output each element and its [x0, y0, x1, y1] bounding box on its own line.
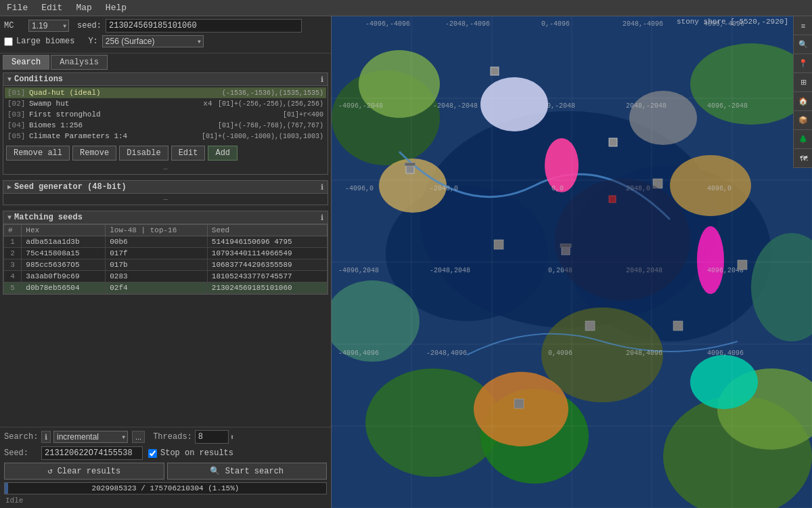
col-seed: Seed [207, 225, 327, 236]
table-row[interactable]: 3 985cc56367O5 017b 106837744296355589 [4, 259, 328, 271]
menu-bar: File Edit Map Help [0, 0, 812, 16]
tab-search[interactable]: Search [3, 55, 49, 70]
svg-text:4096,0: 4096,0 [707, 185, 731, 192]
condition-row-1[interactable]: [01] Quad-hut (ideal) (-1536,-1536),(153… [5, 87, 326, 98]
svg-text:0,-4096: 0,-4096 [541, 20, 570, 28]
svg-text:-4096,-2048: -4096,-2048 [338, 102, 383, 110]
condition-row-2[interactable]: [02] Swamp hut x4 [01]+(-256,-256),(256,… [5, 98, 326, 109]
disable-button[interactable]: Disable [119, 146, 168, 161]
svg-point-20 [474, 372, 568, 446]
seed-input[interactable] [106, 19, 302, 33]
stop-on-results-label[interactable]: Stop on results [148, 448, 233, 458]
search-more-btn[interactable]: ... [132, 431, 145, 443]
svg-rect-70 [585, 321, 595, 331]
condition-row-5[interactable]: [05] Climate Parameters 1:4 [01]+(-1000,… [5, 131, 326, 142]
conditions-header[interactable]: ▼ Conditions ℹ [3, 73, 328, 86]
condition-range-2: [01]+(-256,-256),(256,256) [218, 100, 323, 108]
progress-bar-container: 2029985323 / 175706210304 (1.15%) [4, 482, 327, 494]
y-dropdown[interactable]: 256 (Surface) [102, 35, 204, 47]
seed-gen-dash: — [3, 194, 328, 205]
remove-button[interactable]: Remove [72, 146, 116, 161]
map-toolbar: ≡ 🔍 📍 ⊞ 🏠 📦 🌲 🗺 [793, 16, 812, 168]
start-search-button[interactable]: 🔍 Start search [167, 463, 328, 480]
svg-rect-61 [406, 165, 414, 173]
seed-bottom-label: Seed: [4, 448, 41, 458]
svg-text:0,0: 0,0 [551, 185, 564, 192]
map-tool-layers[interactable]: 🗺 [794, 149, 812, 168]
seed-gen-info-icon[interactable]: ℹ [321, 183, 323, 192]
map-tool-grid[interactable]: ⊞ [794, 73, 812, 92]
svg-text:-4096,-4096: -4096,-4096 [365, 20, 410, 28]
menu-edit[interactable]: Edit [35, 1, 69, 14]
threads-spin[interactable]: ⬆ [230, 433, 235, 442]
conditions-toggle-arrow: ▼ [7, 76, 12, 83]
svg-point-74 [555, 179, 690, 301]
seed-row-lowtop: 00b6 [106, 236, 208, 248]
threads-label: Threads: [153, 432, 192, 442]
map-area[interactable]: stony shore [-5520,-2920] [332, 16, 812, 508]
condition-row-4[interactable]: [04] Biomes 1:256 [01]+(-768,-768),(767,… [5, 120, 326, 131]
seed-row-seed: 107934401114966549 [207, 248, 327, 259]
svg-rect-68 [494, 240, 503, 249]
edit-button[interactable]: Edit [171, 146, 206, 161]
map-tool-zoom-in[interactable]: 🔍 [794, 35, 812, 54]
seed-row-num: 1 [4, 236, 22, 248]
map-tool-structures[interactable]: 📦 [794, 111, 812, 130]
tab-analysis[interactable]: Analysis [51, 55, 108, 70]
action-buttons: ↺ Clear results 🔍 Start search [4, 463, 327, 480]
svg-text:-2048,0: -2048,0 [430, 185, 458, 192]
left-panel: MC 1.19 seed: Large biomes Y: 256 (Sur [0, 16, 332, 508]
table-row[interactable]: 1 adba51aa1d3b 00b6 5141946150696 4795 [4, 236, 328, 248]
conditions-info-icon[interactable]: ℹ [321, 75, 323, 84]
seeds-table: # Hex low-48 | top-16 Seed 1 adba51aa1d3… [3, 224, 328, 294]
table-row[interactable]: 2 75c415808a15 017f 107934401114966549 [4, 248, 328, 259]
bottom-controls: Search: ℹ incremental ... Threads: ⬆ See… [0, 427, 331, 508]
menu-file[interactable]: File [0, 1, 35, 14]
condition-name-2: Swamp hut [29, 100, 198, 108]
map-tool-pin[interactable]: 📍 [794, 54, 812, 73]
seed-generator-header[interactable]: ▶ Seed generator (48-bit) ℹ [3, 181, 328, 194]
search-type-dropdown[interactable]: incremental [53, 431, 128, 443]
matching-seeds-header[interactable]: ▼ Matching seeds ℹ [3, 211, 328, 224]
table-row[interactable]: 4 3a3ab0fb9c69 0283 181052433776745577 [4, 271, 328, 282]
svg-text:4096,4096: 4096,4096 [707, 350, 744, 357]
menu-map[interactable]: Map [69, 1, 98, 14]
seed-row-hex: 3a3ab0fb9c69 [22, 271, 106, 282]
seed-bottom-input[interactable] [41, 446, 143, 460]
mc-label: MC [4, 21, 24, 30]
top-controls: MC 1.19 seed: Large biomes Y: 256 (Sur [0, 16, 331, 54]
map-tool-home[interactable]: 🏠 [794, 92, 812, 111]
large-biomes-checkbox-label[interactable]: Large biomes [4, 37, 74, 46]
menu-help[interactable]: Help [99, 1, 133, 14]
seed-row-lowtop: 0283 [106, 271, 208, 282]
search-info-btn[interactable]: ℹ [41, 431, 51, 443]
condition-range-5: [01]+(-1000,-1000),(1003,1003) [202, 133, 323, 140]
threads-input[interactable] [195, 430, 229, 444]
map-tool-menu[interactable]: ≡ [794, 16, 812, 35]
search-type-label: Search: [4, 432, 41, 442]
svg-text:-2048,-4096: -2048,-4096 [445, 20, 490, 28]
seed-row-seed: 5141946150696 4795 [207, 236, 327, 248]
svg-point-21 [480, 77, 548, 131]
map-svg[interactable]: -4096,-4096 -2048,-4096 0,-4096 2048,-40… [332, 16, 812, 508]
svg-rect-66 [609, 138, 617, 146]
clear-results-button[interactable]: ↺ Clear results [4, 463, 164, 480]
svg-text:-4096,2048: -4096,2048 [338, 267, 379, 274]
seed-row-hex: 985cc56367O5 [22, 259, 106, 271]
map-tool-biomes[interactable]: 🌲 [794, 130, 812, 149]
matching-seeds-info-icon[interactable]: ℹ [321, 213, 323, 222]
svg-point-17 [545, 138, 579, 192]
condition-range-3: [01]+r<400 [283, 111, 323, 119]
mc-version-dropdown[interactable]: 1.19 [28, 20, 69, 32]
svg-rect-73 [514, 399, 524, 408]
seed-generator-title: Seed generator (48-bit) [14, 182, 321, 192]
table-row[interactable]: 5 d0b78eb56504 02f4 213024569185101060 [4, 282, 328, 294]
add-button[interactable]: Add [208, 146, 238, 161]
large-biomes-checkbox[interactable] [4, 37, 13, 46]
condition-row-3[interactable]: [03] First stronghold [01]+r<400 [5, 109, 326, 120]
stop-on-results-checkbox[interactable] [148, 449, 157, 458]
seed-row-seed: 181052433776745577 [207, 271, 327, 282]
conditions-dash: — [3, 163, 328, 174]
condition-name-3: First stronghold [29, 110, 263, 119]
remove-all-button[interactable]: Remove all [6, 146, 70, 161]
